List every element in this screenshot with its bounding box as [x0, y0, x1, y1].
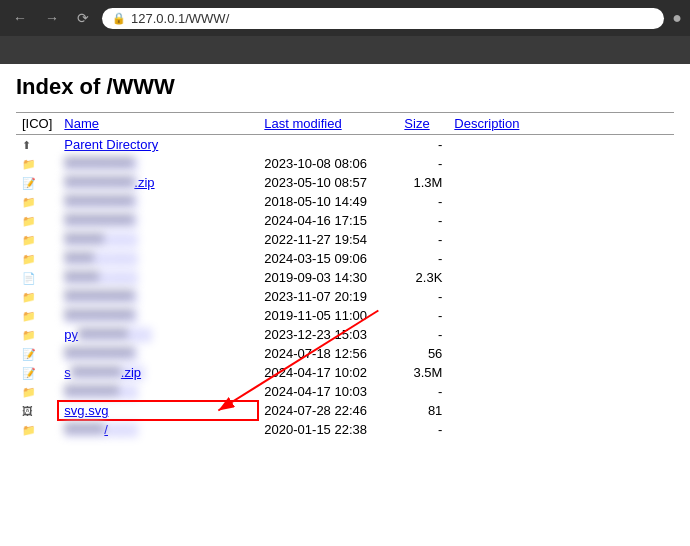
file-link[interactable]: s░░░░░░░░.zip	[64, 365, 141, 380]
file-link[interactable]: ░░░░░░░░	[64, 346, 134, 361]
ico-header: [ICO]	[16, 113, 58, 135]
file-link[interactable]: ░░░░░░░░/	[64, 422, 108, 437]
desc-cell	[448, 135, 674, 155]
date-cell: 2022-11-27 19:54	[258, 230, 398, 249]
date-cell: 2023-11-07 20:19	[258, 287, 398, 306]
date-cell	[258, 135, 398, 155]
table-header: [ICO] Name Last modified Size Descriptio…	[16, 113, 674, 135]
size-cell: -	[398, 211, 448, 230]
name-cell: ░░░░░░░░.zip	[58, 173, 258, 192]
ico-cell: 📁	[16, 249, 58, 268]
table-row: 📁░░░░░░░░2024-03-15 09:06-	[16, 249, 674, 268]
ico-cell: 📁	[16, 287, 58, 306]
file-link[interactable]: ░░░░░░░░	[64, 270, 99, 285]
table-row: 📁░░░░░░░░2024-04-17 10:03-	[16, 382, 674, 401]
date-cell: 2019-11-05 11:00	[258, 306, 398, 325]
table-row: 📁░░░░░░░░2023-11-07 20:19-	[16, 287, 674, 306]
desc-cell	[448, 249, 674, 268]
page-content: Index of /WWW [ICO] Name Last modified S…	[0, 64, 690, 449]
date-cell: 2023-12-23 15:03	[258, 325, 398, 344]
ico-cell: 📄	[16, 268, 58, 287]
file-link[interactable]: ░░░░░░░░.zip	[64, 175, 154, 190]
size-cell: 2.3K	[398, 268, 448, 287]
table-row: 🖼svg.svg2024-07-28 22:4681	[16, 401, 674, 420]
desc-cell	[448, 382, 674, 401]
name-cell: ░░░░░░░░	[58, 268, 258, 287]
file-link[interactable]: py░░░░░░░░	[64, 327, 128, 342]
size-cell: -	[398, 382, 448, 401]
name-cell: ░░░░░░░░	[58, 192, 258, 211]
table-row: 📁░░░░░░░░2019-11-05 11:00-	[16, 306, 674, 325]
table-row: 📁░░░░░░░░2023-10-08 08:06-	[16, 154, 674, 173]
file-listing-table: [ICO] Name Last modified Size Descriptio…	[16, 112, 674, 439]
ico-cell: 📁	[16, 211, 58, 230]
file-link[interactable]: ░░░░░░░░	[64, 213, 134, 228]
address-bar[interactable]: 🔒 127.0.0.1/WWW/	[102, 8, 664, 29]
file-link[interactable]: ░░░░░░░░	[64, 232, 104, 247]
ico-cell: 🖼	[16, 401, 58, 420]
ico-cell: 📁	[16, 192, 58, 211]
size-cell: -	[398, 135, 448, 155]
date-cell: 2024-04-17 10:02	[258, 363, 398, 382]
refresh-button[interactable]: ⟳	[72, 8, 94, 28]
parent-dir-link[interactable]: Parent Directory	[64, 137, 158, 152]
date-cell: 2024-03-15 09:06	[258, 249, 398, 268]
date-header: Last modified	[258, 113, 398, 135]
size-cell: 81	[398, 401, 448, 420]
desc-cell	[448, 306, 674, 325]
table-row: 📁py░░░░░░░░2023-12-23 15:03-	[16, 325, 674, 344]
size-sort-link[interactable]: Size	[404, 116, 429, 131]
name-sort-link[interactable]: Name	[64, 116, 99, 131]
desc-cell	[448, 401, 674, 420]
page-title: Index of /WWW	[16, 74, 674, 100]
table-row: 📝░░░░░░░░.zip2023-05-10 08:571.3M	[16, 173, 674, 192]
date-cell: 2019-09-03 14:30	[258, 268, 398, 287]
table-row: 📝s░░░░░░░░.zip2024-04-17 10:023.5M	[16, 363, 674, 382]
size-cell: -	[398, 306, 448, 325]
file-link[interactable]: ░░░░░░░░	[64, 308, 134, 323]
size-cell: -	[398, 192, 448, 211]
ico-cell: 📁	[16, 230, 58, 249]
profile-button[interactable]: ●	[672, 9, 682, 27]
date-cell: 2023-05-10 08:57	[258, 173, 398, 192]
annotation-container: [ICO] Name Last modified Size Descriptio…	[16, 112, 674, 439]
date-cell: 2023-10-08 08:06	[258, 154, 398, 173]
date-cell: 2024-04-17 10:03	[258, 382, 398, 401]
name-cell: ░░░░░░░░	[58, 344, 258, 363]
size-cell: -	[398, 230, 448, 249]
name-cell: ░░░░░░░░	[58, 306, 258, 325]
file-link-svg[interactable]: svg.svg	[64, 403, 108, 418]
date-sort-link[interactable]: Last modified	[264, 116, 341, 131]
name-cell: ░░░░░░░░	[58, 249, 258, 268]
size-header: Size	[398, 113, 448, 135]
security-icon: 🔒	[112, 12, 126, 25]
name-cell: ░░░░░░░░	[58, 287, 258, 306]
name-header: Name	[58, 113, 258, 135]
file-link[interactable]: ░░░░░░░░	[64, 156, 134, 171]
table-row: ⬆Parent Directory-	[16, 135, 674, 155]
name-cell: Parent Directory	[58, 135, 258, 155]
ico-cell: 📁	[16, 306, 58, 325]
desc-sort-link[interactable]: Description	[454, 116, 519, 131]
browser-toolbar	[0, 36, 690, 64]
ico-cell: 📁	[16, 154, 58, 173]
file-link[interactable]: ░░░░░░░░	[64, 384, 119, 399]
back-button[interactable]: ←	[8, 8, 32, 28]
table-row: 📄░░░░░░░░2019-09-03 14:302.3K	[16, 268, 674, 287]
desc-cell	[448, 268, 674, 287]
name-cell: ░░░░░░░░	[58, 154, 258, 173]
name-cell: ░░░░░░░░	[58, 382, 258, 401]
date-cell: 2024-04-16 17:15	[258, 211, 398, 230]
name-cell: ░░░░░░░░	[58, 230, 258, 249]
size-cell: 3.5M	[398, 363, 448, 382]
file-link[interactable]: ░░░░░░░░	[64, 251, 94, 266]
desc-cell	[448, 344, 674, 363]
table-body: ⬆Parent Directory-📁░░░░░░░░2023-10-08 08…	[16, 135, 674, 440]
date-cell: 2024-07-18 12:56	[258, 344, 398, 363]
name-cell: ░░░░░░░░	[58, 211, 258, 230]
file-link[interactable]: ░░░░░░░░	[64, 194, 134, 209]
size-cell: -	[398, 287, 448, 306]
forward-button[interactable]: →	[40, 8, 64, 28]
file-link[interactable]: ░░░░░░░░	[64, 289, 134, 304]
desc-cell	[448, 173, 674, 192]
